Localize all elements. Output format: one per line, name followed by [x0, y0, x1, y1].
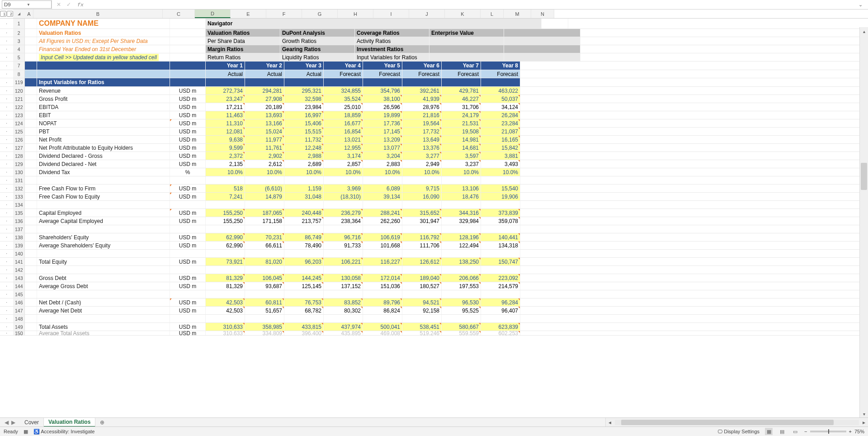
data-cell[interactable]: 10.0%	[206, 168, 245, 176]
data-cell[interactable]: 11,463	[206, 111, 245, 119]
data-cell[interactable]: 240,448	[284, 209, 324, 217]
data-cell[interactable]: 11,732	[284, 136, 324, 143]
scroll-thumb[interactable]	[861, 163, 867, 190]
data-cell[interactable]: 93,687	[245, 282, 284, 290]
scroll-up-icon[interactable]: ▴	[860, 27, 868, 35]
data-cell[interactable]: 3,277	[402, 152, 442, 160]
data-cell[interactable]: 144,245	[284, 274, 324, 282]
data-cell[interactable]: 10.0%	[481, 168, 520, 176]
data-cell[interactable]: 94,521	[402, 299, 442, 306]
row-header[interactable]: 7	[13, 62, 25, 70]
data-cell[interactable]: 469,008	[363, 331, 402, 335]
data-cell[interactable]: 96,407	[481, 307, 520, 314]
data-cell[interactable]: 106,619	[363, 233, 402, 241]
data-cell[interactable]: 9,638	[206, 136, 245, 143]
data-cell[interactable]: 19,899	[363, 111, 402, 119]
row-header[interactable]: 120	[13, 87, 25, 95]
data-cell[interactable]: 16,090	[402, 193, 442, 200]
data-cell[interactable]: 10.0%	[284, 168, 324, 176]
row-header[interactable]: 133	[13, 193, 25, 200]
data-cell[interactable]: 60,811	[245, 299, 284, 306]
data-cell[interactable]: 12,248	[284, 144, 324, 152]
data-cell[interactable]: 21,087	[481, 128, 520, 135]
data-cell[interactable]: 41,939	[402, 95, 442, 103]
hscroll-thumb[interactable]	[621, 420, 834, 425]
data-cell[interactable]: 19,564	[402, 119, 442, 127]
data-cell[interactable]: 27,908	[245, 95, 284, 103]
tab-next-icon[interactable]: ▶	[11, 419, 15, 426]
nav-link[interactable]: Input Variables for Ratios	[355, 53, 429, 61]
data-cell[interactable]: 538,451	[402, 323, 442, 331]
data-cell[interactable]: 101,668	[363, 242, 402, 249]
data-cell[interactable]: 315,652	[402, 209, 442, 217]
col-header-H[interactable]: H	[338, 9, 373, 18]
data-cell[interactable]: 9,715	[402, 185, 442, 192]
data-cell[interactable]: 23,984	[284, 103, 324, 111]
data-cell[interactable]: 17,732	[402, 128, 442, 135]
row-header[interactable]: 4	[13, 45, 25, 53]
col-header-J[interactable]: J	[409, 9, 445, 18]
row-header[interactable]: 125	[13, 128, 25, 135]
data-cell[interactable]: 3,881	[481, 152, 520, 160]
data-cell[interactable]: 16,854	[324, 128, 363, 135]
data-cell[interactable]: 42,503	[206, 299, 245, 306]
row-header[interactable]: 126	[13, 136, 25, 143]
col-header-M[interactable]: M	[504, 9, 531, 18]
data-cell[interactable]: 10.0%	[363, 168, 402, 176]
data-cell[interactable]: 51,657	[245, 307, 284, 314]
data-cell[interactable]: 3,969	[324, 185, 363, 192]
name-box[interactable]: D9▼	[2, 0, 52, 9]
data-cell[interactable]: 206,066	[442, 274, 481, 282]
data-cell[interactable]: 130,058	[324, 274, 363, 282]
data-cell[interactable]: 81,329	[206, 282, 245, 290]
data-cell[interactable]: 238,364	[324, 217, 363, 225]
data-cell[interactable]: 18,859	[324, 111, 363, 119]
row-header[interactable]: 136	[13, 217, 25, 225]
display-settings-button[interactable]: 🖵 Display Settings	[717, 429, 760, 434]
data-cell[interactable]: 76,753	[284, 299, 324, 306]
data-cell[interactable]: 437,974	[324, 323, 363, 331]
data-cell[interactable]: 155,250	[206, 217, 245, 225]
data-cell[interactable]: 3,597	[442, 152, 481, 160]
data-cell[interactable]: 96,203	[284, 258, 324, 265]
data-cell[interactable]: 13,376	[402, 144, 442, 152]
col-header-G[interactable]: G	[302, 9, 338, 18]
scroll-left-icon[interactable]: ◂	[606, 419, 614, 426]
data-cell[interactable]: 223,092	[481, 274, 520, 282]
data-cell[interactable]: 106,221	[324, 258, 363, 265]
data-cell[interactable]: 392,261	[402, 87, 442, 95]
data-cell[interactable]: 24,179	[442, 111, 481, 119]
row-header[interactable]: 122	[13, 103, 25, 111]
data-cell[interactable]: 80,302	[324, 307, 363, 314]
data-cell[interactable]: 78,490	[284, 242, 324, 249]
data-cell[interactable]: 126,612	[402, 258, 442, 265]
horizontal-scrollbar[interactable]: ◂ ▸	[605, 418, 868, 427]
data-cell[interactable]: 86,824	[363, 307, 402, 314]
data-cell[interactable]: 17,736	[363, 119, 402, 127]
data-cell[interactable]: 310,633	[206, 331, 245, 335]
row-header[interactable]: 132	[13, 185, 25, 192]
row-header[interactable]: 1	[13, 19, 25, 28]
row-header[interactable]: 5	[13, 53, 25, 61]
data-cell[interactable]: 214,579	[481, 282, 520, 290]
data-cell[interactable]: 433,815	[284, 323, 324, 331]
data-cell[interactable]: 20,189	[245, 103, 284, 111]
zoom-level[interactable]: 75%	[854, 429, 864, 434]
data-cell[interactable]: 602,253	[481, 331, 520, 335]
tab-prev-icon[interactable]: ◀	[5, 419, 9, 426]
data-cell[interactable]: 28,976	[402, 103, 442, 111]
data-cell[interactable]: 106,045	[245, 274, 284, 282]
data-cell[interactable]: 213,757	[284, 217, 324, 225]
data-cell[interactable]: 7,241	[206, 193, 245, 200]
data-cell[interactable]: 68,782	[284, 307, 324, 314]
data-cell[interactable]: 125,145	[284, 282, 324, 290]
data-cell[interactable]: 429,781	[442, 87, 481, 95]
nav-link[interactable]: Gearing Ratios	[280, 45, 355, 53]
data-cell[interactable]: 11,761	[245, 144, 284, 152]
zoom-out-icon[interactable]: −	[804, 429, 807, 434]
row-header[interactable]: 124	[13, 119, 25, 127]
data-cell[interactable]: 62,990	[206, 242, 245, 249]
data-cell[interactable]: 19,906	[481, 193, 520, 200]
data-cell[interactable]: 26,596	[363, 103, 402, 111]
nav-link[interactable]: Growth Ratios	[280, 37, 355, 45]
